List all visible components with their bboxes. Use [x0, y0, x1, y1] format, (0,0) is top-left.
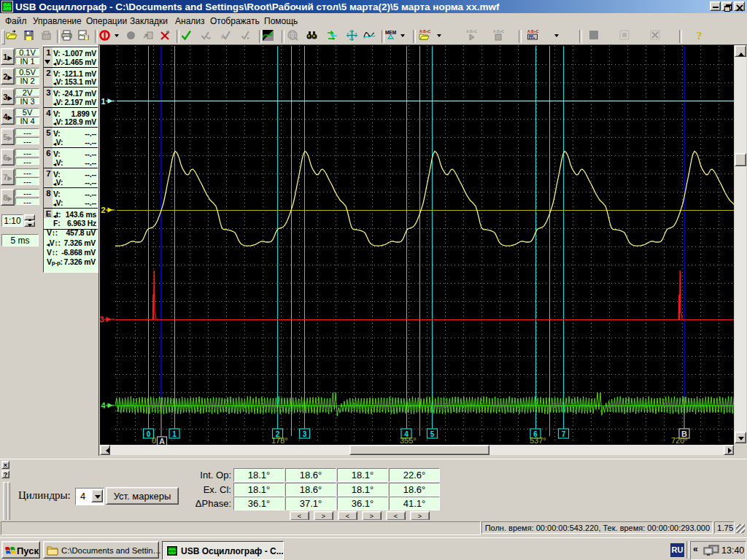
svg-text:7: 7	[562, 430, 566, 438]
svg-text:3: 3	[100, 315, 104, 324]
svg-text:720°: 720°	[671, 436, 688, 445]
svg-text:A:B+C: A:B+C	[419, 29, 431, 34]
svg-text:2: 2	[101, 206, 106, 214]
svg-text:3: 3	[303, 430, 307, 438]
svg-text:5: 5	[430, 430, 435, 438]
svg-text:537°: 537°	[530, 436, 546, 445]
svg-text:1: 1	[172, 430, 177, 438]
svg-text:0: 0	[147, 430, 151, 438]
svg-text:A:B+C: A:B+C	[527, 29, 539, 34]
svg-text:1: 1	[101, 97, 106, 106]
svg-text:4: 4	[101, 401, 107, 410]
svg-text:?: ?	[697, 30, 703, 42]
svg-text:A:B+C: A:B+C	[493, 29, 505, 34]
svg-text:A:B+C: A:B+C	[466, 29, 478, 34]
svg-text:178°: 178°	[271, 436, 288, 445]
svg-text:0: 0	[152, 436, 156, 445]
svg-text:355°: 355°	[400, 436, 417, 445]
